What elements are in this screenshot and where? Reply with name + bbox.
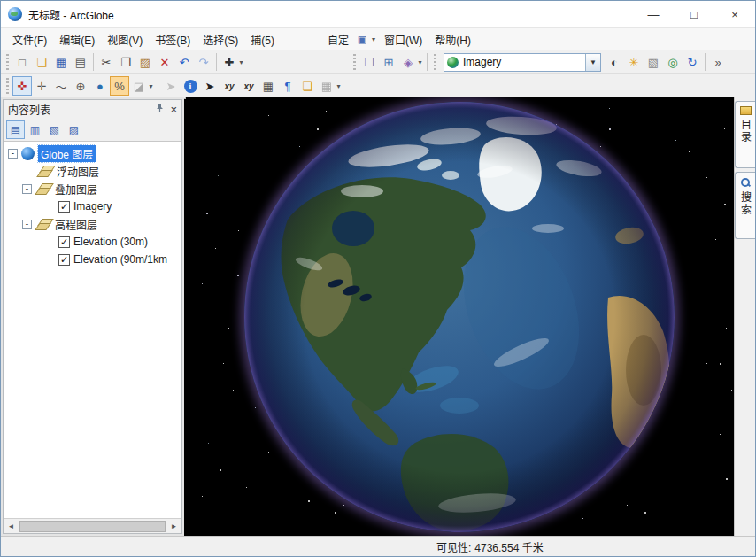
contrast-button[interactable]: ◐ bbox=[605, 52, 624, 72]
menu-window[interactable]: 窗口(W) bbox=[378, 29, 428, 50]
select-cursor-button[interactable]: ➤ bbox=[161, 76, 181, 96]
undo-button[interactable]: ↶ bbox=[174, 52, 194, 72]
split-window-button[interactable]: ⊞ bbox=[379, 52, 398, 72]
globe-3d-dropdown-icon[interactable]: ▾ bbox=[416, 58, 424, 66]
paste-button[interactable]: ▨ bbox=[135, 52, 155, 72]
tab-catalog[interactable]: 目录 bbox=[735, 101, 755, 168]
brightness-button[interactable]: ✳ bbox=[624, 52, 644, 72]
tools-toolbar: ✜ ✛ ～ ⊕ ● % ◪ ▾ ➤ i ➤ xy xy ▦ ¶ ❏ ▦ ▾ bbox=[1, 73, 755, 97]
layer-combo-value: Imagery bbox=[463, 56, 585, 68]
print-button[interactable]: ▤ bbox=[71, 52, 90, 72]
imagery-checkbox[interactable]: ✓ bbox=[58, 201, 70, 213]
pan-tool-button[interactable]: ✛ bbox=[32, 76, 51, 96]
menu-edit[interactable]: 编辑(E) bbox=[53, 29, 101, 50]
spin-globe-button[interactable]: ↻ bbox=[683, 52, 702, 72]
layer-combo[interactable]: Imagery ▼ bbox=[444, 53, 601, 72]
toc-horizontal-scrollbar[interactable]: ◄ ► bbox=[4, 518, 181, 533]
toolbar-separator bbox=[427, 53, 428, 71]
tree-item-label: Elevation (30m) bbox=[73, 236, 148, 248]
tree-item-draped-layers[interactable]: - 叠加图层 bbox=[4, 180, 181, 197]
scroll-right-icon[interactable]: ► bbox=[166, 519, 181, 534]
toc-close-icon[interactable]: × bbox=[170, 103, 177, 116]
arcglobe-logo-icon bbox=[8, 7, 22, 21]
pin-icon[interactable] bbox=[155, 104, 165, 116]
menu-customize[interactable]: 自定 bbox=[321, 29, 355, 50]
copy-button[interactable]: ❐ bbox=[116, 52, 135, 72]
toolbar-overflow-chevron-icon[interactable]: » bbox=[708, 52, 728, 72]
toc-tree: - Globe 图层 浮动图层 - 叠加图层 ✓ Imagery bbox=[4, 141, 181, 518]
tree-item-floating-layers[interactable]: 浮动图层 bbox=[4, 162, 181, 180]
docked-tab-strip: 目录 搜索 bbox=[734, 97, 755, 536]
full-extent-globe-button[interactable]: ● bbox=[90, 76, 110, 96]
earth-globe[interactable] bbox=[229, 97, 690, 536]
elevation-30m-checkbox[interactable]: ✓ bbox=[58, 236, 70, 248]
tree-item-label: Elevation (90m/1km bbox=[73, 253, 167, 266]
tree-item-elevation-90m[interactable]: ✓ Elevation (90m/1km bbox=[4, 251, 181, 268]
identify-button[interactable]: i bbox=[181, 76, 200, 96]
scroll-thumb[interactable] bbox=[19, 521, 166, 532]
menu-bookmarks[interactable]: 书签(B) bbox=[149, 29, 197, 50]
fly-tool-button[interactable]: ～ bbox=[51, 76, 71, 96]
layers-icon bbox=[35, 183, 51, 195]
list-options-button[interactable]: ▨ bbox=[65, 120, 83, 139]
main-area: 内容列表 × ▤ ▥ ▧ ▨ - Globe 图层 浮动图层 bbox=[1, 97, 755, 536]
goto-xy-button[interactable]: xy bbox=[220, 76, 239, 96]
menu-dropdown-icon[interactable]: ▾ bbox=[369, 35, 378, 43]
transparency-button[interactable]: ▧ bbox=[644, 52, 663, 72]
menu-file[interactable]: 文件(F) bbox=[6, 29, 53, 50]
redo-button[interactable]: ↷ bbox=[194, 52, 213, 72]
catalog-folder-button[interactable]: ❏ bbox=[297, 76, 317, 96]
open-button[interactable]: ❏ bbox=[32, 52, 51, 72]
save-button[interactable]: ▦ bbox=[51, 52, 71, 72]
toolbar-grip[interactable] bbox=[434, 54, 436, 70]
close-button[interactable]: × bbox=[714, 1, 755, 27]
list-by-drawing-order-button[interactable]: ▤ bbox=[6, 120, 25, 139]
tree-item-globe-layers[interactable]: - Globe 图层 bbox=[4, 144, 181, 162]
tab-search[interactable]: 搜索 bbox=[735, 172, 755, 239]
zoom-percent-button[interactable]: % bbox=[110, 76, 129, 96]
viewer-window-button[interactable]: ❒ bbox=[359, 52, 379, 72]
graphics-mode-button[interactable]: ◪ bbox=[129, 76, 149, 96]
list-by-source-button[interactable]: ▥ bbox=[26, 120, 44, 139]
layers-icon bbox=[37, 166, 53, 177]
add-xy-button[interactable]: xy bbox=[239, 76, 258, 96]
collapse-icon[interactable]: - bbox=[22, 220, 32, 229]
tree-item-elevation-layers[interactable]: - 高程图层 bbox=[4, 215, 181, 233]
extra-grid-button[interactable]: ▦ bbox=[317, 76, 336, 96]
full-globe-button[interactable]: ◎ bbox=[663, 52, 683, 72]
menu-selection[interactable]: 选择(S) bbox=[197, 29, 244, 50]
add-data-button[interactable]: ✚ bbox=[220, 52, 239, 72]
cut-button[interactable]: ✂ bbox=[96, 52, 116, 72]
toolbar-grip[interactable] bbox=[6, 78, 9, 94]
toolbar-grip[interactable] bbox=[6, 54, 9, 70]
menu-help[interactable]: 帮助(H) bbox=[428, 29, 477, 50]
layer-combo-dropdown-icon[interactable]: ▼ bbox=[585, 54, 600, 71]
toolbar-grip[interactable] bbox=[353, 54, 356, 70]
navigate-tool-button[interactable]: ✜ bbox=[12, 76, 32, 96]
new-document-button[interactable]: □ bbox=[12, 52, 32, 72]
center-target-button[interactable]: ⊕ bbox=[71, 76, 90, 96]
menu-toolbar-icon[interactable]: ▣ bbox=[355, 32, 369, 46]
layers-icon bbox=[35, 219, 51, 230]
list-by-visibility-button[interactable]: ▧ bbox=[45, 120, 64, 139]
starfield-bright bbox=[184, 97, 186, 99]
maximize-button[interactable]: □ bbox=[674, 1, 714, 27]
elevation-90m-checkbox[interactable]: ✓ bbox=[58, 254, 70, 266]
collapse-icon[interactable]: - bbox=[8, 149, 18, 159]
html-popup-button[interactable]: ¶ bbox=[278, 76, 297, 96]
select-elements-button[interactable]: ➤ bbox=[200, 76, 220, 96]
scroll-left-icon[interactable]: ◄ bbox=[4, 519, 19, 534]
tree-item-elevation-30m[interactable]: ✓ Elevation (30m) bbox=[4, 233, 181, 251]
delete-button[interactable]: ✕ bbox=[155, 52, 174, 72]
minimize-button[interactable]: — bbox=[633, 1, 674, 27]
collapse-icon[interactable]: - bbox=[22, 184, 32, 194]
add-data-dropdown-icon[interactable]: ▾ bbox=[237, 58, 245, 66]
menu-snap[interactable]: 捕(5) bbox=[244, 29, 281, 50]
standard-toolbar: □ ❏ ▦ ▤ ✂ ❐ ▨ ✕ ↶ ↷ ✚ ▾ ❒ ⊞ ◈ ▾ Imagery … bbox=[1, 50, 755, 73]
globe-viewport[interactable] bbox=[184, 97, 734, 536]
open-table-button[interactable]: ▦ bbox=[258, 76, 278, 96]
globe-3d-view-button[interactable]: ◈ bbox=[398, 52, 418, 72]
tree-item-imagery[interactable]: ✓ Imagery bbox=[4, 197, 181, 215]
tree-item-label: 高程图层 bbox=[55, 217, 97, 232]
menu-view[interactable]: 视图(V) bbox=[101, 29, 149, 50]
